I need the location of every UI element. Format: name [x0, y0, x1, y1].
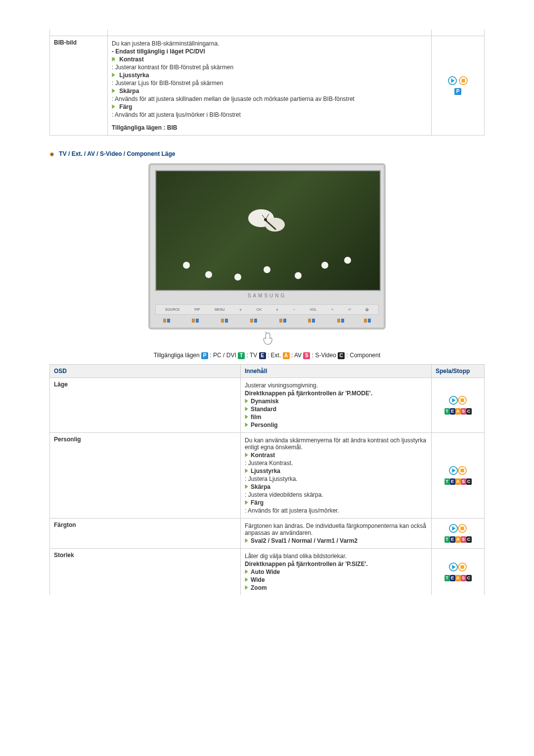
li-item: Standard — [251, 406, 276, 413]
item-title: Skärpa — [119, 88, 139, 94]
mode-badge-A: A — [455, 536, 461, 543]
svg-marker-45 — [245, 500, 248, 505]
svg-rect-49 — [460, 469, 464, 472]
cell-label: Läge — [50, 378, 241, 432]
svg-point-10 — [51, 153, 53, 155]
monitor-body: SAMSUNG SOURCE PIP MENU ∨ CH ∧ − VOL + ⏎… — [148, 163, 386, 330]
svg-marker-56 — [245, 577, 248, 582]
arrow-icon — [245, 453, 250, 457]
mode-badge-P: P — [454, 88, 461, 95]
monitor-btn: ⏻ — [365, 308, 369, 311]
line-text: Färgtonen kan ändras. De individuella fä… — [245, 522, 427, 536]
svg-rect-18 — [167, 319, 170, 323]
arrow-icon — [112, 104, 117, 109]
arrow-icon — [112, 73, 117, 77]
arrow-icon — [112, 57, 117, 61]
mode-badge-A: A — [455, 408, 461, 415]
mode-badge-S: S — [461, 536, 466, 543]
mode-badge-C: C — [466, 478, 472, 485]
modes-label: : TV — [246, 352, 259, 359]
arrow-icon — [245, 585, 250, 590]
row-personlig: Personlig Du kan använda skärmmenyerna f… — [50, 432, 485, 518]
li-item: Personlig — [251, 422, 278, 428]
bib-playstop: P — [432, 36, 485, 136]
play-icon — [449, 396, 458, 405]
li-item: Auto Wide — [251, 568, 280, 575]
svg-marker-43 — [245, 469, 248, 473]
line-bold: Direktknappen på fjärrkontrollen är 'P.M… — [245, 390, 427, 397]
monitor-btn: ⏎ — [348, 308, 351, 311]
mode-badge-E: E — [450, 536, 455, 543]
svg-rect-24 — [254, 319, 257, 323]
li-item: Wide — [251, 576, 265, 583]
svg-marker-59 — [452, 565, 455, 569]
mode-badge-A: A — [283, 352, 290, 359]
play-icon — [449, 524, 458, 533]
cell-playstop: TEASC — [432, 548, 485, 595]
li-item: Sval2 / Sval1 / Normal / Varm1 / Varm2 — [251, 537, 357, 544]
li-desc: : Justera Kontrast. — [245, 460, 427, 467]
mode-badge-T: T — [445, 408, 450, 415]
svg-rect-19 — [192, 319, 195, 323]
svg-marker-6 — [451, 78, 455, 83]
arrow-icon — [245, 500, 250, 505]
svg-rect-30 — [341, 319, 344, 323]
cell-playstop: TEASC — [432, 432, 485, 518]
modes-label: : PC / DVI — [210, 352, 238, 359]
monitor-logo: SAMSUNG — [155, 293, 379, 298]
mode-badge-S: S — [461, 408, 466, 415]
cell-content: Färgtonen kan ändras. De individuella fä… — [241, 518, 432, 548]
arrow-icon — [245, 415, 250, 419]
svg-rect-26 — [283, 319, 286, 323]
stop-icon — [458, 466, 467, 475]
bib-label: BIB-bild — [50, 36, 108, 136]
arrow-icon — [245, 399, 250, 403]
bib-content: Du kan justera BIB-skärminställningarna.… — [108, 36, 432, 136]
cell-content: Du kan använda skärmmenyerna för att änd… — [241, 432, 432, 518]
arrow-icon — [245, 407, 250, 411]
item-desc: : Används för att justera ljus/mörker i … — [112, 111, 427, 118]
osd-h2: Innehåll — [241, 364, 432, 378]
bib-table: BIB-bild Du kan justera BIB-skärminställ… — [49, 30, 485, 136]
item-desc: : Används för att justera skillnaden mel… — [112, 95, 427, 102]
row-lage: Läge Justerar visningsomgivning. Direktk… — [50, 378, 485, 432]
osd-h1: OSD — [50, 364, 241, 378]
item-title: Färg — [119, 103, 132, 110]
line-text: Låter dig välja bland olika bildstorleka… — [245, 553, 427, 560]
stop-icon — [458, 524, 467, 533]
monitor-btn: PIP — [194, 308, 200, 311]
svg-marker-36 — [245, 415, 248, 419]
play-icon — [449, 563, 458, 571]
monitor-screen — [155, 170, 381, 291]
monitor-btn: ∧ — [276, 308, 278, 311]
li-desc: : Justera Ljusstyrka. — [245, 475, 427, 482]
osd-h3: Spela/Stopp — [432, 364, 485, 378]
svg-point-14 — [264, 218, 267, 221]
cell-playstop: TEASC — [432, 518, 485, 548]
mode-badge-T: T — [445, 536, 450, 543]
bib-row: BIB-bild Du kan justera BIB-skärminställ… — [50, 36, 485, 136]
monitor-base — [155, 318, 379, 325]
svg-rect-22 — [225, 319, 228, 323]
svg-marker-34 — [245, 399, 248, 403]
svg-rect-28 — [312, 319, 315, 323]
osd-header-row: OSD Innehåll Spela/Stopp — [50, 364, 485, 378]
li-item: Dynamisk — [251, 398, 279, 405]
svg-line-33 — [264, 331, 267, 333]
svg-rect-32 — [368, 319, 371, 323]
monitor-button-row: SOURCE PIP MENU ∨ CH ∧ − VOL + ⏎ ⏻ — [155, 304, 379, 315]
li-desc: : Justera videobildens skärpa. — [245, 491, 427, 498]
svg-marker-4 — [112, 104, 115, 109]
bib-only-mode: - Endast tillgänglig i läget PC/DVI — [112, 48, 427, 55]
mode-badge-E: E — [450, 478, 455, 485]
mode-badge-P: P — [201, 352, 208, 359]
mode-badge-C: C — [466, 408, 472, 415]
mode-badge-T: T — [445, 478, 450, 485]
section-title: TV / Ext. / AV / S-Video / Component Läg… — [49, 150, 485, 157]
row-storlek: Storlek Låter dig välja bland olika bild… — [50, 548, 485, 595]
mode-badge-E: E — [259, 352, 266, 359]
mode-badge-C: C — [338, 352, 345, 359]
li-item: Kontrast — [251, 452, 275, 459]
mode-badge-A: A — [455, 478, 461, 485]
svg-marker-2 — [112, 73, 115, 77]
